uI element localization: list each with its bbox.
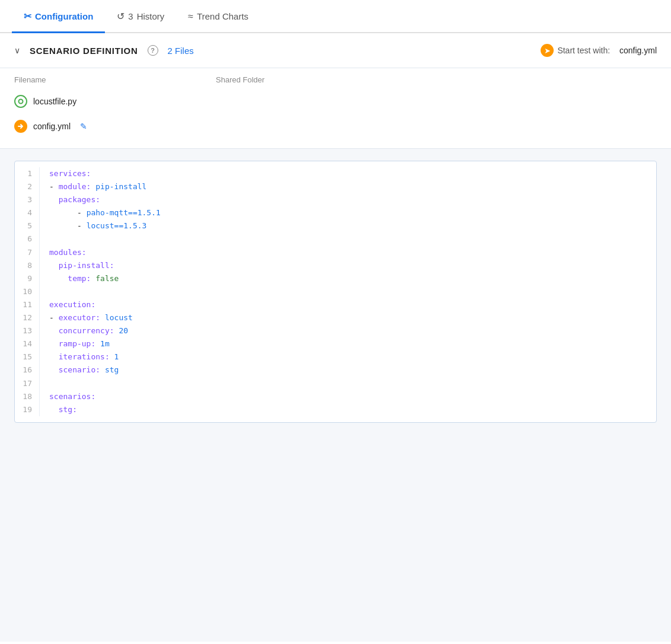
file-status-circle-icon — [14, 95, 27, 108]
filename-locustfile[interactable]: locustfile.py — [33, 97, 76, 106]
file-status-arrow-icon — [14, 120, 27, 133]
tab-bar: ✂ Configuration ↺ 3 History ≈ Trend Char… — [0, 0, 671, 33]
file-row: config.yml ✎ — [14, 114, 657, 139]
file-row: locustfile.py — [14, 89, 657, 114]
trend-charts-icon: ≈ — [188, 11, 193, 22]
start-icon: ➤ — [541, 44, 554, 57]
chevron-down-icon: ∨ — [14, 46, 20, 55]
line-numbers: 1 2 3 4 5 6 7 8 9 10 11 12 13 14 15 16 1… — [15, 167, 40, 416]
start-test-label: Start test with: — [557, 46, 610, 55]
tab-history-label: History — [137, 11, 165, 21]
start-test-value: config.yml — [619, 46, 657, 55]
svg-point-0 — [19, 100, 23, 104]
edit-icon[interactable]: ✎ — [80, 122, 87, 131]
tab-trend-charts[interactable]: ≈ Trend Charts — [176, 0, 260, 33]
start-test-button[interactable]: ➤ Start test with: config.yml — [541, 44, 657, 57]
section-title: SCENARIO DEFINITION — [30, 46, 138, 56]
configuration-icon: ✂ — [24, 11, 31, 22]
tab-configuration[interactable]: ✂ Configuration — [12, 0, 105, 33]
code-text[interactable]: services: - module: pip-install packages… — [40, 167, 170, 416]
tab-configuration-label: Configuration — [35, 11, 93, 21]
tab-trend-charts-label: Trend Charts — [197, 11, 248, 21]
section-header: ∨ SCENARIO DEFINITION ? 2 Files ➤ Start … — [0, 33, 671, 68]
filename-config[interactable]: config.yml — [33, 122, 71, 131]
file-list-area: Filename Shared Folder locustfile.py con… — [0, 68, 671, 149]
main-content: ∨ SCENARIO DEFINITION ? 2 Files ➤ Start … — [0, 33, 671, 642]
help-icon[interactable]: ? — [148, 45, 158, 56]
file-list-header: Filename Shared Folder — [14, 68, 657, 89]
section-toggle[interactable]: ∨ — [14, 46, 20, 55]
tab-history-badge: 3 — [128, 11, 133, 21]
code-block: 1 2 3 4 5 6 7 8 9 10 11 12 13 14 15 16 1… — [15, 161, 656, 422]
history-icon: ↺ — [117, 11, 124, 22]
tab-history[interactable]: ↺ 3 History — [105, 0, 176, 33]
files-badge: 2 Files — [168, 46, 194, 56]
code-editor: 1 2 3 4 5 6 7 8 9 10 11 12 13 14 15 16 1… — [14, 161, 657, 423]
col-shared-header: Shared Folder — [216, 75, 657, 84]
col-filename-header: Filename — [14, 75, 216, 84]
